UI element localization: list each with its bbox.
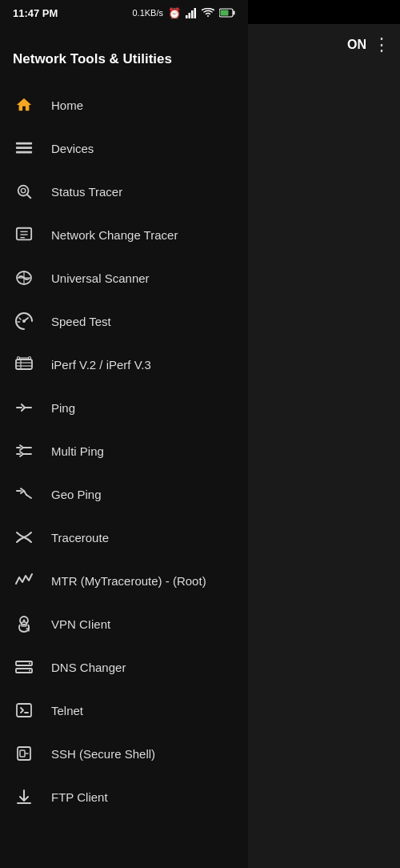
sidebar-item-label-dns-changer: DNS Changer <box>51 661 126 674</box>
sidebar-item-ftp-client[interactable]: FTP Client <box>0 775 248 818</box>
sidebar-item-label-iperf: iPerf V.2 / iPerf V.3 <box>51 358 151 372</box>
sidebar-item-network-change-tracer[interactable]: Network Change Tracer <box>0 213 248 256</box>
ssh-icon <box>13 742 35 765</box>
geo-ping-icon <box>13 483 35 505</box>
svg-line-11 <box>27 195 30 198</box>
svg-point-26 <box>29 357 31 360</box>
sidebar-item-label-universal-scanner: Universal Scanner <box>51 271 150 285</box>
status-tracer-icon <box>13 180 35 203</box>
sidebar-item-iperf[interactable]: iPerf V.2 / iPerf V.3 <box>0 343 248 386</box>
sidebar-item-label-telnet: Telnet <box>51 704 83 717</box>
svg-point-25 <box>18 357 20 360</box>
sidebar-item-label-vpn-client: VPN CIient <box>51 617 110 631</box>
svg-rect-1 <box>189 13 191 18</box>
sidebar-item-traceroute[interactable]: Traceroute <box>0 516 248 559</box>
status-time: 11:47 PM <box>13 7 58 19</box>
sidebar-item-speed-test[interactable]: Speed Test <box>0 299 248 343</box>
svg-rect-49 <box>20 750 25 757</box>
svg-rect-8 <box>16 147 32 149</box>
sidebar-item-label-ssh: SSH (Secure Shell) <box>51 747 155 761</box>
mtr-icon <box>13 569 35 592</box>
sidebar-item-ssh[interactable]: SSH (Secure Shell) <box>0 732 248 775</box>
iperf-icon <box>13 353 35 376</box>
svg-rect-2 <box>191 10 194 18</box>
traceroute-icon <box>13 526 35 549</box>
ping-icon <box>13 396 35 419</box>
telnet-icon <box>13 699 35 721</box>
network-change-tracer-icon <box>13 223 35 246</box>
sidebar-item-label-devices: Devices <box>51 142 94 155</box>
sidebar-item-label-ftp-client: FTP Client <box>51 790 108 804</box>
ftp-client-icon <box>13 786 35 808</box>
status-right: 0.1KB/s ⏰ <box>132 7 235 19</box>
svg-rect-46 <box>17 704 31 717</box>
svg-line-36 <box>26 495 31 498</box>
multi-ping-icon <box>13 440 35 462</box>
signal-icon <box>186 8 197 18</box>
alarm-icon: ⏰ <box>168 7 181 19</box>
svg-rect-0 <box>186 15 188 18</box>
sidebar-item-label-status-tracer: Status Tracer <box>51 185 122 199</box>
home-icon <box>13 94 35 116</box>
three-dots-menu[interactable]: ⋮ <box>373 34 390 55</box>
sidebar-item-label-home: Home <box>51 98 83 112</box>
svg-rect-7 <box>16 143 32 145</box>
devices-icon <box>13 137 35 159</box>
svg-line-20 <box>24 318 28 321</box>
sidebar-item-multi-ping[interactable]: Multi Ping <box>0 429 248 472</box>
universal-scanner-icon <box>13 267 35 289</box>
sidebar-item-status-tracer[interactable]: Status Tracer <box>0 170 248 213</box>
sidebar-item-home[interactable]: Home <box>0 83 248 127</box>
sidebar-item-label-network-change-tracer: Network Change Tracer <box>51 228 178 242</box>
svg-point-12 <box>21 188 25 193</box>
svg-rect-21 <box>16 360 32 369</box>
sidebar-item-label-speed-test: Speed Test <box>51 315 111 328</box>
network-speed: 0.1KB/s <box>132 8 163 18</box>
nav-list: Home Devices Status Tracer <box>0 83 248 868</box>
navigation-drawer: 11:47 PM 0.1KB/s ⏰ <box>0 0 248 868</box>
sidebar-item-devices[interactable]: Devices <box>0 127 248 170</box>
battery-icon <box>219 8 235 18</box>
background-on-label: ON <box>347 38 366 52</box>
svg-point-39 <box>23 620 26 622</box>
sidebar-item-label-mtr: MTR (MyTraceroute) - (Root) <box>51 574 206 588</box>
vpn-client-icon <box>13 613 35 635</box>
sidebar-item-dns-changer[interactable]: DNS Changer <box>0 645 248 689</box>
svg-rect-3 <box>194 8 197 18</box>
drawer-title: Network Tools & Utilities <box>13 32 235 77</box>
svg-point-45 <box>29 670 30 672</box>
status-bar: 11:47 PM 0.1KB/s ⏰ <box>0 0 248 24</box>
sidebar-item-label-geo-ping: Geo Ping <box>51 488 102 501</box>
sidebar-item-label-ping: Ping <box>51 401 75 415</box>
svg-rect-6 <box>221 10 229 16</box>
sidebar-item-universal-scanner[interactable]: Universal Scanner <box>0 256 248 299</box>
drawer-header: Network Tools & Utilities <box>0 24 248 83</box>
svg-point-44 <box>29 663 30 665</box>
sidebar-item-geo-ping[interactable]: Geo Ping <box>0 472 248 516</box>
sidebar-item-ping[interactable]: Ping <box>0 386 248 429</box>
sidebar-item-telnet[interactable]: Telnet <box>0 689 248 732</box>
wifi-icon <box>202 8 214 18</box>
sidebar-item-vpn-client[interactable]: VPN CIient <box>0 602 248 645</box>
svg-rect-5 <box>234 11 235 15</box>
svg-rect-9 <box>16 151 32 154</box>
sidebar-item-label-multi-ping: Multi Ping <box>51 444 104 458</box>
speed-test-icon <box>13 310 35 332</box>
sidebar-item-label-traceroute: Traceroute <box>51 531 109 545</box>
dns-changer-icon <box>13 656 35 678</box>
sidebar-item-mtr[interactable]: MTR (MyTraceroute) - (Root) <box>0 559 248 602</box>
